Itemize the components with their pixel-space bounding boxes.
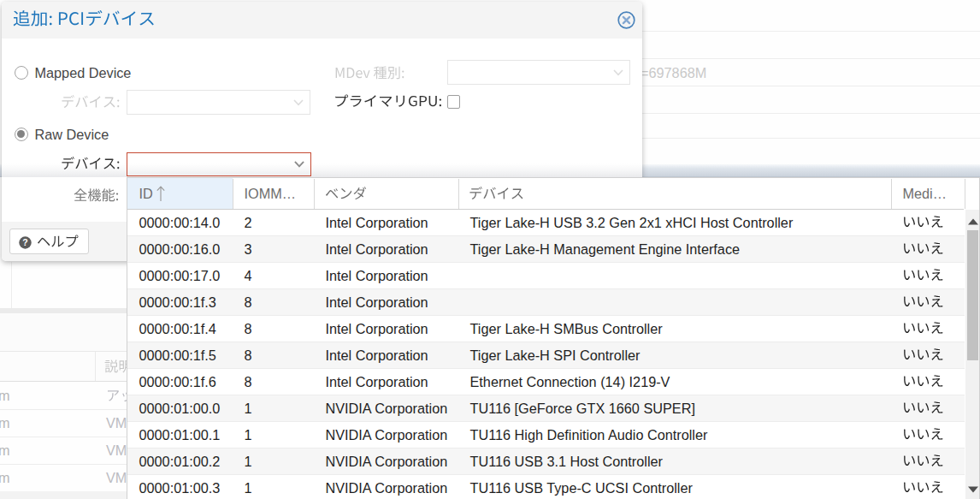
svg-text:?: ?	[22, 237, 27, 247]
